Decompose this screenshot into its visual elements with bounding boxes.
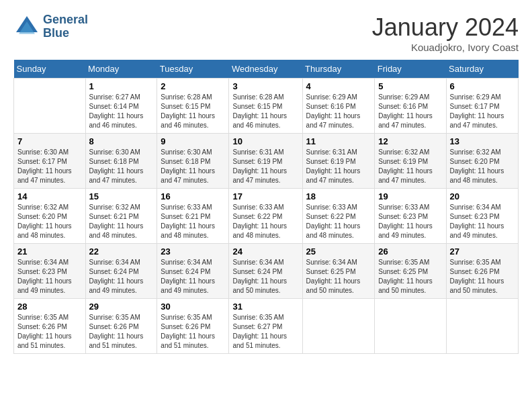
day-info: Sunrise: 6:29 AM Sunset: 6:17 PM Dayligh… — [450, 93, 515, 130]
logo-text: General Blue — [43, 13, 88, 40]
calendar-cell: 4Sunrise: 6:29 AM Sunset: 6:16 PM Daylig… — [302, 79, 375, 134]
day-info: Sunrise: 6:33 AM Sunset: 6:23 PM Dayligh… — [378, 203, 442, 240]
day-info: Sunrise: 6:30 AM Sunset: 6:18 PM Dayligh… — [161, 148, 225, 185]
calendar-cell: 12Sunrise: 6:32 AM Sunset: 6:19 PM Dayli… — [375, 134, 446, 189]
day-number: 12 — [378, 136, 442, 146]
weekday-header: Sunday — [14, 60, 86, 79]
calendar-cell: 22Sunrise: 6:34 AM Sunset: 6:24 PM Dayli… — [85, 244, 157, 299]
day-number: 20 — [450, 191, 515, 201]
day-info: Sunrise: 6:30 AM Sunset: 6:18 PM Dayligh… — [89, 148, 154, 185]
day-number: 2 — [161, 81, 225, 91]
day-info: Sunrise: 6:32 AM Sunset: 6:20 PM Dayligh… — [450, 148, 515, 185]
page-header: General Blue January 2024 Kouadjokro, Iv… — [13, 13, 519, 53]
day-info: Sunrise: 6:34 AM Sunset: 6:24 PM Dayligh… — [161, 258, 225, 295]
day-number: 15 — [89, 191, 154, 201]
calendar-week-row: 28Sunrise: 6:35 AM Sunset: 6:26 PM Dayli… — [14, 299, 519, 354]
month-title: January 2024 — [372, 13, 519, 42]
weekday-header: Friday — [375, 60, 446, 79]
calendar-cell: 11Sunrise: 6:31 AM Sunset: 6:19 PM Dayli… — [302, 134, 375, 189]
day-info: Sunrise: 6:27 AM Sunset: 6:14 PM Dayligh… — [89, 93, 154, 130]
calendar-cell: 13Sunrise: 6:32 AM Sunset: 6:20 PM Dayli… — [446, 134, 518, 189]
calendar-cell: 24Sunrise: 6:34 AM Sunset: 6:24 PM Dayli… — [229, 244, 302, 299]
day-number: 6 — [450, 81, 515, 91]
day-info: Sunrise: 6:32 AM Sunset: 6:19 PM Dayligh… — [378, 148, 442, 185]
weekday-header: Tuesday — [157, 60, 229, 79]
calendar-week-row: 7Sunrise: 6:30 AM Sunset: 6:17 PM Daylig… — [14, 134, 519, 189]
day-info: Sunrise: 6:30 AM Sunset: 6:17 PM Dayligh… — [17, 148, 82, 185]
day-info: Sunrise: 6:31 AM Sunset: 6:19 PM Dayligh… — [232, 148, 298, 185]
calendar-cell: 8Sunrise: 6:30 AM Sunset: 6:18 PM Daylig… — [85, 134, 157, 189]
calendar-cell: 28Sunrise: 6:35 AM Sunset: 6:26 PM Dayli… — [14, 299, 86, 354]
calendar-cell: 10Sunrise: 6:31 AM Sunset: 6:19 PM Dayli… — [229, 134, 302, 189]
calendar-week-row: 21Sunrise: 6:34 AM Sunset: 6:23 PM Dayli… — [14, 244, 519, 299]
day-number: 28 — [17, 302, 82, 312]
calendar-cell: 20Sunrise: 6:34 AM Sunset: 6:23 PM Dayli… — [446, 189, 518, 244]
day-info: Sunrise: 6:34 AM Sunset: 6:25 PM Dayligh… — [306, 258, 371, 295]
day-number: 14 — [17, 191, 82, 201]
location-subtitle: Kouadjokro, Ivory Coast — [372, 42, 519, 53]
day-number: 7 — [17, 136, 82, 146]
calendar-cell: 2Sunrise: 6:28 AM Sunset: 6:15 PM Daylig… — [157, 79, 229, 134]
day-info: Sunrise: 6:32 AM Sunset: 6:21 PM Dayligh… — [89, 203, 154, 240]
day-info: Sunrise: 6:28 AM Sunset: 6:15 PM Dayligh… — [232, 93, 298, 130]
calendar-cell: 7Sunrise: 6:30 AM Sunset: 6:17 PM Daylig… — [14, 134, 86, 189]
day-info: Sunrise: 6:35 AM Sunset: 6:27 PM Dayligh… — [232, 313, 298, 351]
calendar-cell: 30Sunrise: 6:35 AM Sunset: 6:26 PM Dayli… — [157, 299, 229, 354]
calendar-cell: 23Sunrise: 6:34 AM Sunset: 6:24 PM Dayli… — [157, 244, 229, 299]
calendar-cell: 6Sunrise: 6:29 AM Sunset: 6:17 PM Daylig… — [446, 79, 518, 134]
weekday-header: Wednesday — [229, 60, 302, 79]
logo-line2: Blue — [43, 27, 88, 40]
day-number: 30 — [161, 302, 225, 312]
day-info: Sunrise: 6:33 AM Sunset: 6:21 PM Dayligh… — [161, 203, 225, 240]
calendar-cell — [302, 299, 375, 354]
day-number: 9 — [161, 136, 225, 146]
calendar-cell: 29Sunrise: 6:35 AM Sunset: 6:26 PM Dayli… — [85, 299, 157, 354]
day-number: 21 — [17, 246, 82, 257]
calendar-cell: 21Sunrise: 6:34 AM Sunset: 6:23 PM Dayli… — [14, 244, 86, 299]
day-info: Sunrise: 6:34 AM Sunset: 6:23 PM Dayligh… — [450, 203, 515, 240]
day-number: 17 — [232, 191, 298, 201]
weekday-header: Saturday — [446, 60, 518, 79]
day-info: Sunrise: 6:35 AM Sunset: 6:25 PM Dayligh… — [378, 258, 442, 295]
calendar-week-row: 1Sunrise: 6:27 AM Sunset: 6:14 PM Daylig… — [14, 79, 519, 134]
calendar-cell: 19Sunrise: 6:33 AM Sunset: 6:23 PM Dayli… — [375, 189, 446, 244]
title-block: January 2024 Kouadjokro, Ivory Coast — [372, 13, 519, 53]
calendar-cell: 31Sunrise: 6:35 AM Sunset: 6:27 PM Dayli… — [229, 299, 302, 354]
day-info: Sunrise: 6:35 AM Sunset: 6:26 PM Dayligh… — [89, 313, 154, 351]
day-info: Sunrise: 6:35 AM Sunset: 6:26 PM Dayligh… — [17, 313, 82, 351]
calendar-header-row: SundayMondayTuesdayWednesdayThursdayFrid… — [14, 60, 519, 79]
day-number: 18 — [306, 191, 371, 201]
calendar-week-row: 14Sunrise: 6:32 AM Sunset: 6:20 PM Dayli… — [14, 189, 519, 244]
day-number: 26 — [378, 246, 442, 257]
day-number: 31 — [232, 302, 298, 312]
logo: General Blue — [13, 13, 88, 40]
calendar-cell: 26Sunrise: 6:35 AM Sunset: 6:25 PM Dayli… — [375, 244, 446, 299]
calendar-cell: 25Sunrise: 6:34 AM Sunset: 6:25 PM Dayli… — [302, 244, 375, 299]
calendar-cell: 14Sunrise: 6:32 AM Sunset: 6:20 PM Dayli… — [14, 189, 86, 244]
day-info: Sunrise: 6:31 AM Sunset: 6:19 PM Dayligh… — [306, 148, 371, 185]
day-number: 16 — [161, 191, 225, 201]
calendar-cell: 15Sunrise: 6:32 AM Sunset: 6:21 PM Dayli… — [85, 189, 157, 244]
day-info: Sunrise: 6:34 AM Sunset: 6:24 PM Dayligh… — [89, 258, 154, 295]
day-info: Sunrise: 6:34 AM Sunset: 6:23 PM Dayligh… — [17, 258, 82, 295]
day-number: 13 — [450, 136, 515, 146]
day-number: 11 — [306, 136, 371, 146]
day-info: Sunrise: 6:33 AM Sunset: 6:22 PM Dayligh… — [232, 203, 298, 240]
day-number: 3 — [232, 81, 298, 91]
day-info: Sunrise: 6:29 AM Sunset: 6:16 PM Dayligh… — [378, 93, 442, 130]
day-number: 29 — [89, 302, 154, 312]
day-number: 4 — [306, 81, 371, 91]
weekday-header: Monday — [85, 60, 157, 79]
calendar-cell: 16Sunrise: 6:33 AM Sunset: 6:21 PM Dayli… — [157, 189, 229, 244]
calendar-cell — [375, 299, 446, 354]
day-number: 10 — [232, 136, 298, 146]
day-info: Sunrise: 6:35 AM Sunset: 6:26 PM Dayligh… — [161, 313, 225, 351]
day-info: Sunrise: 6:35 AM Sunset: 6:26 PM Dayligh… — [450, 258, 515, 295]
weekday-header: Thursday — [302, 60, 375, 79]
day-number: 23 — [161, 246, 225, 257]
day-number: 19 — [378, 191, 442, 201]
day-number: 1 — [89, 81, 154, 91]
day-info: Sunrise: 6:34 AM Sunset: 6:24 PM Dayligh… — [232, 258, 298, 295]
day-info: Sunrise: 6:33 AM Sunset: 6:22 PM Dayligh… — [306, 203, 371, 240]
logo-icon — [13, 13, 40, 40]
